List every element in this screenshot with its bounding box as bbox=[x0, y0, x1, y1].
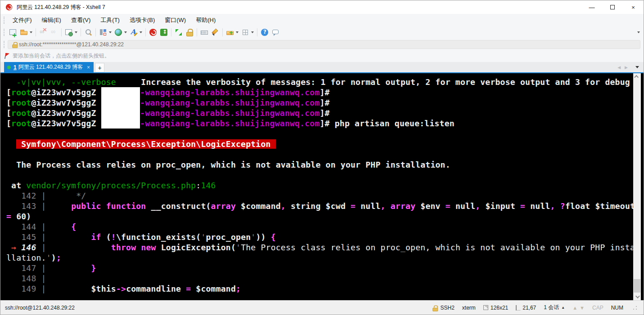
terminal-text-segment: LogicException( bbox=[161, 243, 236, 252]
next-tab-arrow-icon[interactable]: ▶ bbox=[625, 65, 628, 70]
menu-item-4[interactable]: 工具(T) bbox=[95, 14, 125, 26]
protocol-label: SSH2 bbox=[441, 305, 455, 311]
terminal-line: The Process class relies on proc_open, w… bbox=[6, 160, 633, 170]
terminal-text-segment: null bbox=[356, 201, 380, 211]
cursor-position-value: 21,67 bbox=[522, 305, 536, 311]
menu-item-1[interactable]: 文件(F) bbox=[8, 14, 37, 26]
feedback-button[interactable] bbox=[270, 27, 281, 37]
terminal-text-segment: } bbox=[91, 263, 96, 273]
help-button[interactable] bbox=[259, 27, 270, 37]
session-count[interactable]: 1 会话 ▲ bbox=[544, 304, 565, 311]
terminal-text-segment: , bbox=[381, 201, 386, 211]
session-properties-button[interactable] bbox=[63, 27, 79, 37]
new-tab-button[interactable]: + bbox=[95, 63, 104, 72]
jump-down-arrow-icon[interactable]: ▼ bbox=[580, 305, 585, 311]
new-file-button[interactable] bbox=[225, 27, 240, 37]
terminal-text-segment: null bbox=[450, 201, 475, 211]
menubar-grip[interactable] bbox=[4, 17, 5, 24]
lock-screen-button[interactable] bbox=[184, 27, 195, 37]
resize-grip[interactable] bbox=[633, 306, 637, 310]
toolbar-separator bbox=[171, 28, 171, 36]
terminal-text-segment: if bbox=[91, 232, 106, 242]
menu-item-6[interactable]: 窗口(W) bbox=[160, 14, 191, 26]
highlight-pen-button[interactable] bbox=[210, 27, 221, 37]
redaction-block bbox=[101, 98, 140, 108]
dropdown-caret-icon[interactable] bbox=[251, 31, 254, 33]
toolbar-separator bbox=[36, 28, 36, 36]
scrollbar-thumb[interactable] bbox=[634, 279, 640, 293]
dropdown-caret-icon[interactable] bbox=[75, 31, 77, 33]
terminal-text-segment: 149 | bbox=[6, 284, 51, 293]
terminal-text-segment: $command bbox=[191, 284, 236, 293]
reconnect-button[interactable] bbox=[49, 27, 59, 37]
lock-screen-icon bbox=[185, 28, 194, 36]
addressbar-grip[interactable] bbox=[4, 41, 5, 48]
terminal-text-segment: llation. bbox=[6, 253, 46, 262]
status-connection-url: ssh://root@121.40.248.29:22 bbox=[5, 305, 75, 311]
menu-item-5[interactable]: 选项卡(B) bbox=[125, 14, 160, 26]
dropdown-caret-icon[interactable] bbox=[30, 31, 32, 33]
terminal-text-segment: , bbox=[550, 201, 555, 211]
terminal-text-segment: $command bbox=[236, 201, 281, 211]
fullscreen-button[interactable] bbox=[173, 27, 184, 37]
tab-list-caret-icon[interactable] bbox=[635, 66, 639, 68]
disconnect-button[interactable] bbox=[38, 27, 49, 37]
terminal-line bbox=[6, 129, 633, 139]
terminal-line: at vendor/symfony/process/Process.php:14… bbox=[6, 180, 633, 191]
menu-item-3[interactable]: 查看(V) bbox=[66, 14, 95, 26]
terminal-screen[interactable]: -v|vv|vvv, --verbose Increase the verbos… bbox=[0, 73, 633, 300]
jump-up-arrow-icon[interactable]: ▲ bbox=[572, 305, 577, 311]
virtual-keyboard-button[interactable] bbox=[199, 27, 210, 37]
find-button[interactable] bbox=[83, 27, 94, 37]
compose-bar-button[interactable] bbox=[98, 27, 113, 37]
terminal-text-segment bbox=[555, 201, 560, 211]
prev-tab-arrow-icon[interactable]: ◀ bbox=[617, 65, 621, 70]
terminal-text-segment: = bbox=[351, 201, 356, 211]
scroll-down-button[interactable] bbox=[633, 293, 641, 300]
session-tab[interactable]: 1 阿里云 121.40.248.29 博客 × bbox=[4, 62, 94, 72]
close-button[interactable]: × bbox=[623, 0, 644, 14]
cursor-position-indicator: 21,67 bbox=[516, 305, 536, 311]
toolbar-overflow-caret[interactable] bbox=[637, 31, 640, 33]
scroll-up-button[interactable] bbox=[633, 73, 641, 80]
dropdown-caret-icon[interactable] bbox=[140, 31, 142, 33]
terminal-text-segment: 145 | bbox=[6, 232, 51, 242]
font-button[interactable] bbox=[128, 27, 144, 37]
encoding-globe-button[interactable] bbox=[113, 27, 128, 37]
terminal-scrollbar[interactable] bbox=[633, 73, 641, 300]
terminal-line: llation.'); bbox=[6, 253, 633, 263]
flag-icon bbox=[4, 53, 10, 59]
terminal-text-segment: { bbox=[271, 232, 276, 242]
terminal-text-segment: Increase the verbosity of messages: 1 fo… bbox=[141, 77, 630, 87]
address-bar[interactable]: ssh://root:****************@121.40.248.2… bbox=[8, 40, 640, 49]
dropdown-caret-icon[interactable] bbox=[124, 31, 127, 33]
terminal-text-segment: = bbox=[446, 201, 450, 211]
tile-windows-button[interactable] bbox=[240, 27, 255, 37]
tab-close-icon[interactable]: × bbox=[87, 64, 90, 71]
font-icon bbox=[130, 28, 138, 36]
menu-item-7[interactable]: 帮助(H) bbox=[191, 14, 221, 26]
maximize-icon bbox=[610, 5, 615, 9]
terminal-text-segment: -wangqiang-larabbs.shuijingwanwq.com bbox=[140, 119, 320, 128]
new-session-button[interactable] bbox=[8, 27, 18, 37]
terminal-type-indicator[interactable]: xterm bbox=[462, 305, 476, 311]
toolbar-buttons bbox=[8, 27, 281, 37]
terminal-text-segment: \function_exists( bbox=[116, 232, 201, 242]
toolbar-grip[interactable] bbox=[4, 29, 5, 36]
tab-label: 阿里云 121.40.248.29 博客 bbox=[18, 63, 83, 71]
xshell-button[interactable] bbox=[148, 27, 158, 37]
maximize-button[interactable] bbox=[602, 0, 623, 14]
terminal-text-segment: at bbox=[6, 181, 26, 190]
terminal-text-segment: -v|vv|vvv, --verbose bbox=[6, 77, 116, 87]
open-folder-button[interactable] bbox=[18, 27, 34, 37]
dropdown-caret-icon[interactable] bbox=[109, 31, 112, 33]
title-bar: 阿里云 121.40.248.29 博客 - Xshell 7 — × bbox=[0, 0, 644, 14]
minimize-button[interactable]: — bbox=[581, 0, 602, 14]
xftp-button[interactable] bbox=[158, 27, 169, 37]
highlight-pen-icon bbox=[211, 28, 219, 36]
menu-item-2[interactable]: 编辑(E) bbox=[37, 14, 66, 26]
session-list-caret-icon[interactable]: ▲ bbox=[561, 306, 565, 310]
toolbar bbox=[0, 26, 644, 39]
terminal-text-segment: root bbox=[11, 108, 31, 118]
dropdown-caret-icon[interactable] bbox=[236, 31, 239, 33]
